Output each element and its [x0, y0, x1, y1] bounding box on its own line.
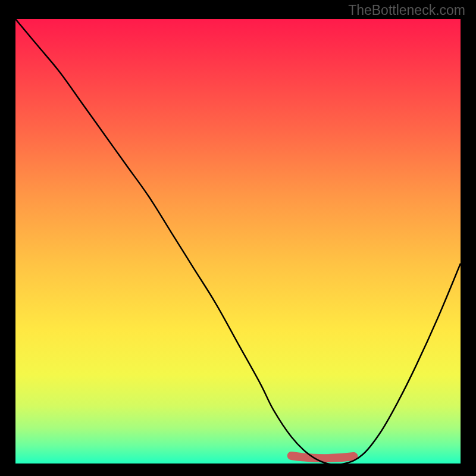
- optimal-range-marker: [292, 456, 354, 458]
- bottleneck-curve: [15, 19, 461, 464]
- attribution-text: TheBottleneck.com: [348, 2, 465, 18]
- curve-layer: [15, 19, 461, 464]
- chart-frame: TheBottleneck.com: [0, 0, 476, 476]
- plot-area: [15, 19, 461, 464]
